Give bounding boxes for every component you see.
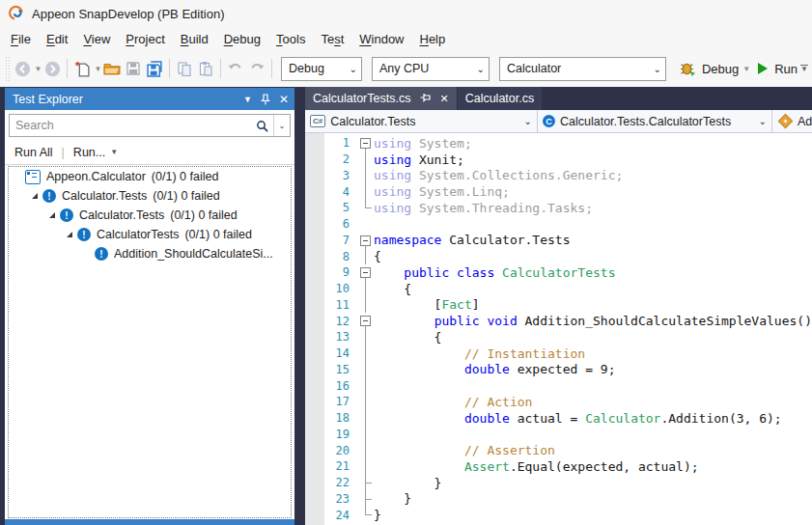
outline-collapse-icon[interactable] bbox=[357, 135, 374, 152]
code-line[interactable]: 5using System.Threading.Tasks; bbox=[324, 200, 812, 216]
platform-combo[interactable]: Any CPU ⌄ bbox=[372, 57, 490, 81]
menu-project[interactable]: Project bbox=[118, 29, 172, 49]
open-folder-icon[interactable] bbox=[102, 58, 122, 79]
menu-tools[interactable]: Tools bbox=[268, 29, 313, 49]
line-number: 22 bbox=[324, 476, 357, 489]
test-tree-row[interactable]: !Calculator.Tests(0/1) 0 failed bbox=[9, 206, 291, 225]
code-editor[interactable]: 1using System;2using Xunit;3using System… bbox=[305, 133, 812, 525]
debug-button[interactable]: Debug bbox=[702, 62, 739, 76]
code-line[interactable]: 17 // Action bbox=[324, 394, 812, 410]
code-line[interactable]: 21 Assert.Equal(expected, actual); bbox=[324, 458, 812, 475]
pin-icon[interactable] bbox=[261, 94, 270, 105]
menu-debug[interactable]: Debug bbox=[216, 29, 268, 49]
line-number: 20 bbox=[324, 444, 357, 457]
close-icon[interactable]: ✕ bbox=[279, 93, 289, 106]
code-line[interactable]: 7namespace Calculator.Tests bbox=[324, 233, 812, 249]
project-combo[interactable]: C# Calculator.Tests ⌄ bbox=[305, 110, 538, 132]
startup-project-combo[interactable]: Calculator ⌄ bbox=[499, 57, 666, 81]
test-tree-row[interactable]: !Addition_ShouldCalculateSi... bbox=[9, 244, 291, 263]
code-line[interactable]: 12 public void Addition_ShouldCalculateS… bbox=[324, 313, 812, 329]
run-button[interactable]: Run bbox=[774, 62, 798, 76]
code-line[interactable]: 10 { bbox=[324, 281, 812, 297]
tab-calculator-cs[interactable]: Calculator.cs bbox=[458, 87, 543, 110]
search-input[interactable]: Search ⌄ bbox=[9, 114, 291, 137]
test-explorer-header[interactable]: Test Explorer ▼ ✕ bbox=[5, 88, 294, 110]
outline-margin bbox=[357, 200, 374, 216]
run-icon[interactable] bbox=[758, 63, 768, 74]
code-line[interactable]: 6 bbox=[324, 216, 812, 233]
code-line[interactable]: 19 bbox=[324, 427, 812, 443]
menu-bar: FileEditViewProjectBuildDebugToolsTestWi… bbox=[0, 27, 812, 50]
search-icon[interactable] bbox=[251, 120, 273, 132]
editor-area: CalculatorTests.cs✕Calculator.cs C# Calc… bbox=[305, 87, 812, 525]
line-number: 21 bbox=[324, 459, 357, 473]
copy-icon[interactable] bbox=[175, 58, 194, 79]
breakpoint-gutter[interactable] bbox=[305, 133, 324, 525]
code-line[interactable]: 2using Xunit; bbox=[324, 152, 812, 168]
outline-margin bbox=[357, 297, 374, 314]
tab-calculatortests-cs[interactable]: CalculatorTests.cs✕ bbox=[305, 87, 457, 110]
new-project-icon[interactable] bbox=[72, 58, 92, 79]
outline-margin bbox=[357, 248, 374, 264]
member-combo[interactable]: Addition bbox=[772, 110, 812, 132]
menu-window[interactable]: Window bbox=[351, 29, 411, 49]
code-line[interactable]: 16 bbox=[324, 377, 812, 394]
code-line[interactable]: 13 { bbox=[324, 329, 812, 345]
menu-test[interactable]: Test bbox=[313, 29, 351, 49]
project-combo-value: Calculator.Tests bbox=[330, 115, 415, 128]
code-line[interactable]: 15 double expected = 9; bbox=[324, 362, 812, 378]
search-options-icon[interactable]: ⌄ bbox=[273, 115, 290, 136]
code-line[interactable]: 1using System; bbox=[324, 135, 812, 152]
code-line[interactable]: 20 // Assertion bbox=[324, 442, 812, 458]
code-line[interactable]: 23 } bbox=[324, 491, 812, 508]
code-line[interactable]: 14 // Instantiation bbox=[324, 345, 812, 362]
code-line[interactable]: 11 [Fact] bbox=[324, 297, 812, 314]
outline-margin bbox=[357, 491, 374, 508]
code-line[interactable]: 24} bbox=[324, 507, 812, 523]
close-icon[interactable]: ✕ bbox=[439, 93, 448, 105]
overflow-icon[interactable]: ▼ bbox=[800, 65, 808, 72]
expand-arrow-icon[interactable] bbox=[67, 232, 72, 237]
expand-arrow-icon[interactable] bbox=[49, 212, 55, 218]
menu-file[interactable]: File bbox=[3, 29, 39, 49]
new-dropdown-icon[interactable]: ▼ bbox=[94, 65, 101, 73]
test-tree-row[interactable]: !Calculator.Tests(0/1) 0 failed bbox=[9, 186, 291, 206]
code-line[interactable]: 8{ bbox=[324, 248, 812, 264]
menu-view[interactable]: View bbox=[75, 29, 118, 49]
debug-dropdown-icon[interactable]: ▼ bbox=[742, 65, 750, 73]
expand-arrow-icon[interactable] bbox=[32, 193, 38, 199]
run-menu-dropdown-icon[interactable]: ▼ bbox=[110, 148, 118, 156]
code-line[interactable]: 9 public class CalculatorTests bbox=[324, 264, 812, 281]
type-combo[interactable]: C Calculator.Tests.CalculatorTests ⌄ bbox=[538, 110, 772, 132]
outline-collapse-icon[interactable] bbox=[357, 313, 374, 329]
code-line[interactable]: 22 } bbox=[324, 475, 812, 491]
save-icon[interactable] bbox=[124, 58, 143, 79]
run-all-button[interactable]: Run All bbox=[14, 146, 53, 159]
redo-icon[interactable] bbox=[247, 58, 266, 79]
code-line[interactable]: 3using System.Collections.Generic; bbox=[324, 168, 812, 184]
test-tree-row[interactable]: Appeon.Calculator(0/1) 0 failed bbox=[9, 167, 291, 186]
test-tree-row[interactable]: !CalculatorTests(0/1) 0 failed bbox=[9, 225, 291, 244]
undo-icon[interactable] bbox=[226, 58, 245, 79]
menu-edit[interactable]: Edit bbox=[39, 29, 75, 49]
code-line[interactable]: 18 double actual = Calculator.Addition(3… bbox=[324, 410, 812, 427]
paste-icon[interactable] bbox=[196, 58, 215, 79]
forward-icon[interactable] bbox=[42, 58, 62, 79]
line-number: 8 bbox=[324, 250, 357, 263]
pin-icon[interactable] bbox=[420, 94, 432, 103]
back-icon[interactable] bbox=[14, 58, 33, 79]
configuration-combo[interactable]: Debug ⌄ bbox=[281, 57, 362, 81]
tab-label: CalculatorTests.cs bbox=[313, 92, 410, 105]
toolbar-grip[interactable] bbox=[5, 56, 10, 81]
outline-margin bbox=[357, 458, 374, 475]
menu-help[interactable]: Help bbox=[412, 29, 454, 49]
save-all-icon[interactable] bbox=[145, 58, 164, 79]
run-menu-button[interactable]: Run... bbox=[73, 146, 105, 159]
back-dropdown-icon[interactable]: ▼ bbox=[35, 65, 42, 73]
outline-collapse-icon[interactable] bbox=[357, 233, 374, 249]
code-line[interactable]: 4using System.Linq; bbox=[324, 183, 812, 200]
window-position-icon[interactable]: ▼ bbox=[243, 95, 252, 104]
bug-icon[interactable] bbox=[679, 58, 698, 79]
outline-collapse-icon[interactable] bbox=[357, 264, 374, 281]
menu-build[interactable]: Build bbox=[173, 29, 216, 49]
